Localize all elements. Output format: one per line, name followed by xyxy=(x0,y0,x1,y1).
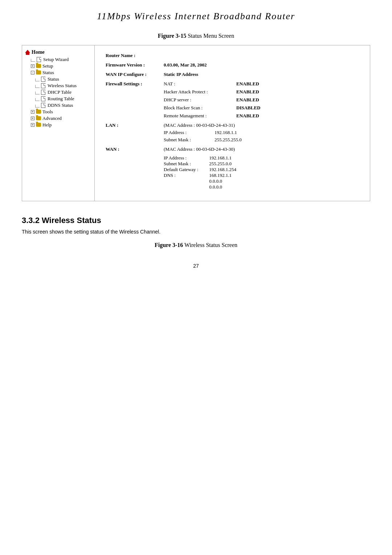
firewall-label: Firewall Settings : xyxy=(106,81,164,87)
folder-icon-status xyxy=(36,70,41,75)
firewall-value: NAT : ENABLED Hacker Attack Protect : EN… xyxy=(164,81,359,119)
expand-icon-tools: + xyxy=(31,110,34,114)
folder-icon-setup xyxy=(36,64,41,69)
sidebar-item-home[interactable]: Home xyxy=(25,49,91,56)
sidebar-item-setup-wizard[interactable]: Setup Wizard xyxy=(25,56,91,63)
sidebar-item-wireless-status[interactable]: Wireless Status xyxy=(25,82,91,89)
wan-mask2-label: Subnet Mask : xyxy=(164,161,198,167)
dhcp-server-label: DHCP server : xyxy=(164,97,236,103)
lan-mac: (MAC Address : 00-03-6D-24-43-31) xyxy=(164,122,359,128)
sidebar-tools-label: Tools xyxy=(42,109,53,115)
router-ui-box: Home Setup Wizard + Setup - Status xyxy=(22,45,370,201)
folder-icon-tools xyxy=(36,109,41,114)
sidebar-home-label: Home xyxy=(32,49,45,55)
wan-ip2-label: IP Address : xyxy=(164,155,198,161)
page-number: 27 xyxy=(193,263,199,269)
sidebar-ddns-label: DDNS Status xyxy=(48,102,73,108)
lan-mask-value: 255.255.255.0 xyxy=(215,137,242,143)
wan-ip-value: Static IP Address xyxy=(164,72,359,77)
main-content: Router Name : Firmware Version : 0.03.00… xyxy=(95,45,370,201)
expand-icon-help: + xyxy=(31,123,34,127)
folder-icon-help xyxy=(36,122,41,127)
block-value: DISABLED xyxy=(236,105,265,111)
sidebar-item-help[interactable]: + Help xyxy=(25,122,91,128)
nat-value: ENABLED xyxy=(236,81,265,87)
firmware-label: Firmware Version : xyxy=(106,62,164,68)
expand-icon-status: - xyxy=(31,71,34,74)
sidebar-item-status-parent[interactable]: - Status xyxy=(25,69,91,76)
router-name-row: Router Name : xyxy=(106,53,359,58)
page-icon-status xyxy=(41,77,46,82)
wan-dns-label: DNS : xyxy=(164,173,198,178)
tree-line-routing xyxy=(35,98,40,101)
wan-dns-value1: 168.192.1.1 xyxy=(209,173,236,178)
lan-value: (MAC Address : 00-03-6D-24-43-31) IP Add… xyxy=(164,122,359,143)
home-icon xyxy=(25,50,30,55)
tree-line-dhcp xyxy=(35,92,40,94)
section-332-heading: 3.3.2 Wireless Status xyxy=(22,216,370,225)
sidebar-item-status[interactable]: Status xyxy=(25,76,91,82)
sidebar-item-setup[interactable]: + Setup xyxy=(25,63,91,69)
dhcp-server-value: ENABLED xyxy=(236,97,265,103)
firewall-remote-row: Remote Management : ENABLED xyxy=(164,113,359,119)
sidebar-advanced-label: Advanced xyxy=(42,116,62,121)
wan-mask2-value: 255.255.0.0 xyxy=(209,161,236,167)
hacker-value: ENABLED xyxy=(236,89,265,95)
sidebar-status-label: Status xyxy=(48,76,59,82)
remote-value: ENABLED xyxy=(236,113,265,119)
wan-label: WAN : xyxy=(106,146,164,152)
sidebar: Home Setup Wizard + Setup - Status xyxy=(22,45,95,201)
page-footer: 27 xyxy=(22,263,370,269)
wan-dns-value3: 0.0.0.0 xyxy=(209,184,236,190)
wan-ip2-value: 192.168.1.1 xyxy=(209,155,236,161)
sidebar-item-advanced[interactable]: + Advanced xyxy=(25,115,91,122)
sidebar-help-label: Help xyxy=(42,122,52,128)
expand-icon-setup: + xyxy=(31,64,34,68)
tree-line-1 xyxy=(31,59,35,62)
nat-label: NAT : xyxy=(164,81,236,87)
wan-ip-row: WAN IP Configure : Static IP Address xyxy=(106,72,359,77)
lan-ip-value: 192.168.1.1 xyxy=(215,130,237,135)
sidebar-setup-label: Setup xyxy=(42,63,53,69)
page-icon-ddns xyxy=(41,103,46,108)
remote-label: Remote Management : xyxy=(164,113,236,119)
firmware-row: Firmware Version : 0.03.00, Mar 28, 2002 xyxy=(106,62,359,68)
folder-icon-advanced xyxy=(36,116,41,121)
wan-ip-label: WAN IP Configure : xyxy=(106,72,164,77)
sidebar-item-routing[interactable]: Routing Table xyxy=(25,96,91,102)
firewall-block-row: Block Hacker Scan : DISABLED xyxy=(164,105,359,111)
lan-row: LAN : (MAC Address : 00-03-6D-24-43-31) … xyxy=(106,122,359,143)
sidebar-item-tools[interactable]: + Tools xyxy=(25,109,91,115)
page-header: 11Mbps Wireless Internet Broadband Route… xyxy=(22,11,370,22)
firewall-dhcp-row: DHCP server : ENABLED xyxy=(164,97,359,103)
tree-line-wireless xyxy=(35,85,40,88)
wan-dns-value2: 0.0.0.0 xyxy=(209,178,236,184)
page-icon-wireless xyxy=(41,83,46,88)
sidebar-item-dhcp[interactable]: DHCP Table xyxy=(25,89,91,96)
figure16-title: Figure 3-16 Wireless Status Screen xyxy=(22,242,370,248)
page-icon-dhcp xyxy=(41,90,46,95)
wan-gw-label: Default Gateway : xyxy=(164,167,198,173)
sidebar-setup-wizard-label: Setup Wizard xyxy=(43,57,69,62)
tree-line-ddns xyxy=(35,105,40,108)
sidebar-item-ddns[interactable]: DDNS Status xyxy=(25,102,91,109)
lan-label: LAN : xyxy=(106,122,164,128)
lan-mask-label: Subnet Mask : xyxy=(164,137,204,143)
wan-value: (MAC Address : 00-03-6D-24-43-30) IP Add… xyxy=(164,146,359,190)
firewall-nat-row: NAT : ENABLED xyxy=(164,81,359,87)
page-icon-routing xyxy=(41,96,46,101)
section-332-description: This screen shows the setting status of … xyxy=(22,229,370,235)
expand-icon-advanced: + xyxy=(31,117,34,120)
figure15-title: Figure 3-15 Status Menu Screen xyxy=(22,33,370,39)
sidebar-wireless-label: Wireless Status xyxy=(48,83,77,89)
hacker-label: Hacker Attack Protect : xyxy=(164,89,236,95)
firewall-hacker-row: Hacker Attack Protect : ENABLED xyxy=(164,89,359,95)
firewall-row: Firewall Settings : NAT : ENABLED Hacker… xyxy=(106,81,359,119)
wan-gw-value: 192.168.1.254 xyxy=(209,167,236,173)
sidebar-routing-label: Routing Table xyxy=(48,96,74,102)
sidebar-dhcp-label: DHCP Table xyxy=(48,89,72,95)
wan-row: WAN : (MAC Address : 00-03-6D-24-43-30) … xyxy=(106,146,359,190)
page-icon-1 xyxy=(37,57,42,62)
router-name-label: Router Name : xyxy=(106,53,164,58)
wan-mac: (MAC Address : 00-03-6D-24-43-30) xyxy=(164,146,359,152)
